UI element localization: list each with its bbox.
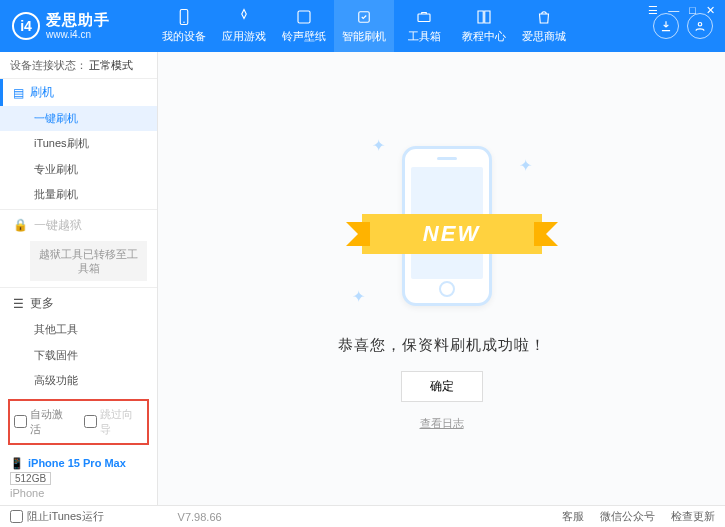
sidebar-head-label: 刷机 [30, 84, 54, 101]
nav-label: 应用游戏 [222, 29, 266, 44]
sidebar-item-one-key-flash[interactable]: 一键刷机 [0, 106, 157, 131]
settings-icon[interactable]: ☰ [648, 4, 658, 17]
sidebar-head-flash[interactable]: ▤ 刷机 [0, 79, 157, 106]
app-logo: i4 爱思助手 www.i4.cn [12, 12, 154, 40]
sidebar-head-jailbreak[interactable]: 🔒 一键越狱 [0, 212, 157, 239]
nav-my-device[interactable]: 我的设备 [154, 0, 214, 52]
titlebar: i4 爱思助手 www.i4.cn 我的设备 应用游戏 铃声壁纸 智能刷机 工具… [0, 0, 725, 52]
device-storage: 512GB [10, 472, 51, 485]
app-url: www.i4.cn [46, 29, 110, 40]
svg-rect-4 [418, 14, 430, 22]
nav-label: 教程中心 [462, 29, 506, 44]
nav-label: 工具箱 [408, 29, 441, 44]
sidebar-item-advanced[interactable]: 高级功能 [0, 368, 157, 393]
success-message: 恭喜您，保资料刷机成功啦！ [338, 336, 546, 355]
view-log-link[interactable]: 查看日志 [420, 416, 464, 431]
image-icon [295, 8, 313, 26]
new-ribbon: NEW [362, 214, 542, 254]
sidebar-item-itunes-flash[interactable]: iTunes刷机 [0, 131, 157, 156]
app-title: 爱思助手 [46, 12, 110, 29]
sidebar-head-more[interactable]: ☰ 更多 [0, 290, 157, 317]
lock-icon: 🔒 [13, 218, 28, 232]
sidebar: 设备连接状态：正常模式 ▤ 刷机 一键刷机 iTunes刷机 专业刷机 批量刷机… [0, 52, 158, 505]
options-highlight-box: 自动激活 跳过向导 [8, 399, 149, 445]
sidebar-item-download-firmware[interactable]: 下载固件 [0, 343, 157, 368]
main-panel: ✦ ✦ ✦ NEW 恭喜您，保资料刷机成功啦！ 确定 查看日志 [158, 52, 725, 505]
logo-icon: i4 [12, 12, 40, 40]
nav-apps-games[interactable]: 应用游戏 [214, 0, 274, 52]
svg-point-1 [183, 22, 185, 24]
sidebar-head-label: 一键越狱 [34, 217, 82, 234]
version-label: V7.98.66 [178, 511, 222, 523]
nav-shop[interactable]: 爱思商城 [514, 0, 574, 52]
sidebar-item-pro-flash[interactable]: 专业刷机 [0, 157, 157, 182]
statusbar: 阻止iTunes运行 V7.98.66 客服 微信公众号 检查更新 [0, 505, 725, 527]
nav-flash[interactable]: 智能刷机 [334, 0, 394, 52]
nav-tutorials[interactable]: 教程中心 [454, 0, 514, 52]
nav-toolbox[interactable]: 工具箱 [394, 0, 454, 52]
sidebar-head-label: 更多 [30, 295, 54, 312]
top-nav: 我的设备 应用游戏 铃声壁纸 智能刷机 工具箱 教程中心 爱思商城 [154, 0, 574, 52]
device-type: iPhone [10, 487, 147, 499]
nav-label: 智能刷机 [342, 29, 386, 44]
book-icon [475, 8, 493, 26]
link-check-update[interactable]: 检查更新 [671, 509, 715, 524]
nav-label: 爱思商城 [522, 29, 566, 44]
bag-icon [535, 8, 553, 26]
list-icon: ▤ [13, 86, 24, 100]
nav-ringtones[interactable]: 铃声壁纸 [274, 0, 334, 52]
svg-point-5 [698, 23, 702, 27]
maximize-icon[interactable]: □ [689, 4, 696, 17]
ok-button[interactable]: 确定 [401, 371, 483, 402]
link-wechat[interactable]: 微信公众号 [600, 509, 655, 524]
toolbox-icon [415, 8, 433, 26]
jailbreak-note: 越狱工具已转移至工具箱 [30, 241, 147, 282]
checkbox-skip-guide[interactable]: 跳过向导 [84, 407, 144, 437]
link-support[interactable]: 客服 [562, 509, 584, 524]
flash-icon [355, 8, 373, 26]
success-illustration: ✦ ✦ ✦ NEW [342, 136, 542, 316]
checkbox-block-itunes[interactable]: 阻止iTunes运行 [10, 509, 104, 524]
nav-label: 铃声壁纸 [282, 29, 326, 44]
phone-small-icon: 📱 [10, 457, 24, 470]
device-status: 设备连接状态：正常模式 [0, 52, 157, 79]
device-info[interactable]: 📱iPhone 15 Pro Max 512GB iPhone [0, 451, 157, 505]
minimize-icon[interactable]: — [668, 4, 679, 17]
more-icon: ☰ [13, 297, 24, 311]
sidebar-item-batch-flash[interactable]: 批量刷机 [0, 182, 157, 207]
sidebar-item-other-tools[interactable]: 其他工具 [0, 317, 157, 342]
svg-rect-2 [298, 11, 310, 23]
close-icon[interactable]: ✕ [706, 4, 715, 17]
checkbox-auto-activate[interactable]: 自动激活 [14, 407, 74, 437]
phone-icon [175, 8, 193, 26]
nav-label: 我的设备 [162, 29, 206, 44]
apps-icon [235, 8, 253, 26]
